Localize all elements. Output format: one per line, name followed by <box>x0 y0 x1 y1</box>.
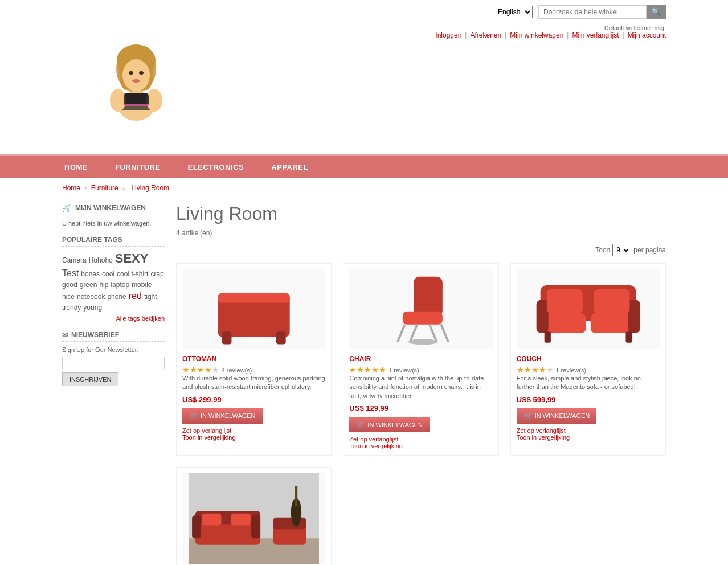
tag-red[interactable]: red <box>129 291 142 301</box>
tag-mobile[interactable]: mobile <box>132 281 152 289</box>
tag-test[interactable]: Test <box>62 268 79 279</box>
tags-container: Camera Hohoho SEXY Test bones cool cool … <box>62 251 165 312</box>
tag-green[interactable]: green <box>80 281 97 289</box>
welcome-message: Default welcome msg! <box>604 24 666 31</box>
newsletter-title: NIEUWSBRIEF <box>71 331 119 339</box>
language-dropdown[interactable]: English <box>493 6 533 18</box>
toolbar: Toon 9 per pagina <box>176 244 666 256</box>
svg-line-27 <box>430 325 437 342</box>
tag-hip[interactable]: hip <box>99 281 108 289</box>
tag-tight[interactable]: tight <box>144 293 157 301</box>
tag-cool[interactable]: cool <box>102 270 114 278</box>
breadcrumb: Home › Furniture › Living Room <box>51 178 677 198</box>
newsletter-label: Sign Up for Our Newsletter: <box>62 346 165 353</box>
cart-link[interactable]: Mijn winkelwagen <box>510 31 563 39</box>
compare-link-chair[interactable]: Toon in vergelijking <box>349 443 492 449</box>
nav-furniture[interactable]: FURNITURE <box>101 156 174 178</box>
account-links: Inloggen | Afrekenen | Mijn winkelwagen … <box>435 31 666 39</box>
svg-rect-45 <box>273 518 306 530</box>
svg-point-13 <box>132 79 140 83</box>
product-links-chair: Zet op verlanglijst Toon in vergelijking <box>349 436 492 449</box>
add-to-cart-chair[interactable]: 🛒 IN WINKELWAGEN <box>349 417 430 432</box>
product-stars-chair: ★★★★★ 1 review(s) <box>349 365 492 374</box>
add-to-cart-couch[interactable]: 🛒 IN WINKELWAGEN <box>517 408 597 424</box>
search-input[interactable] <box>538 5 647 19</box>
tag-camera[interactable]: Camera <box>62 256 87 264</box>
tag-trendy[interactable]: trendy <box>62 304 81 312</box>
svg-rect-23 <box>403 312 443 325</box>
newsletter-email-input[interactable] <box>62 357 165 369</box>
view-all-tags-link[interactable]: Alle tags bekijken <box>62 315 165 322</box>
tag-good[interactable]: good <box>62 281 77 289</box>
svg-rect-32 <box>536 300 548 333</box>
svg-rect-34 <box>544 331 550 343</box>
sidebar-newsletter: ✉ NIEUWSBRIEF Sign Up for Our Newsletter… <box>62 331 165 386</box>
tag-cool-tshirt[interactable]: cool t-shirt <box>117 270 148 278</box>
tag-crap[interactable]: crap <box>150 270 163 278</box>
svg-point-28 <box>408 339 437 345</box>
tag-young[interactable]: young <box>83 304 102 312</box>
product-grid: OTTOMAN ★★★★★ 4 review(s) With durable s… <box>176 263 666 565</box>
wishlist-link[interactable]: Mijn verlanglijst <box>572 31 619 39</box>
product-links-couch: Zet op verlanglijst Toon in vergelijking <box>517 427 660 441</box>
main-nav: HOME FURNITURE ELECTRONICS APPAREL <box>0 156 728 178</box>
product-image-chair <box>349 269 492 349</box>
search-button[interactable]: 🔍 <box>647 5 666 19</box>
product-card-couch: COUCH ★★★★★ 1 review(s) For a sleek, sim… <box>510 263 666 456</box>
language-selector[interactable]: English <box>493 6 533 18</box>
breadcrumb-furniture[interactable]: Furniture <box>91 184 118 192</box>
wishlist-link-ottoman[interactable]: Zet op verlanglijst <box>182 427 325 434</box>
wishlist-link-chair[interactable]: Zet op verlanglijst <box>349 436 492 443</box>
checkout-link[interactable]: Afrekenen <box>470 31 501 39</box>
cart-btn-icon-couch: 🛒 <box>523 412 533 420</box>
page-title: Living Room <box>176 203 666 224</box>
product-stars-couch: ★★★★★ 1 review(s) <box>517 365 660 374</box>
product-image-ottoman <box>182 269 325 349</box>
tag-phone[interactable]: phone <box>107 293 126 301</box>
product-price-couch: US$ 599,99 <box>517 395 660 404</box>
svg-rect-17 <box>124 104 149 106</box>
newsletter-subscribe-button[interactable]: INSCHRIJVEN <box>62 372 118 386</box>
product-price-ottoman: US$ 299,99 <box>182 395 325 404</box>
product-image-couch <box>517 269 660 349</box>
tag-laptop[interactable]: laptop <box>111 281 129 289</box>
compare-link-couch[interactable]: Toon in vergelijking <box>517 434 660 441</box>
nav-apparel[interactable]: APPAREL <box>257 156 322 178</box>
nav-home[interactable]: HOME <box>51 156 101 178</box>
cart-title: MIJN WINKELWAGEN <box>75 204 146 212</box>
product-card-furniture-set: MAGENTO RED FURNITURE SET ★★★★★ 1 review… <box>176 467 332 565</box>
cart-btn-icon: 🛒 <box>189 412 198 420</box>
login-link[interactable]: Inloggen <box>435 31 461 39</box>
product-card-chair: CHAIR ★★★★★ 1 review(s) Combining a hint… <box>343 263 498 456</box>
tag-notebook[interactable]: notebook <box>77 293 105 301</box>
svg-rect-47 <box>295 486 298 506</box>
svg-rect-33 <box>628 300 640 333</box>
breadcrumb-current: Living Room <box>131 184 169 192</box>
cart-icon: 🛒 <box>62 203 72 212</box>
svg-point-14 <box>110 89 126 112</box>
svg-line-24 <box>398 325 405 342</box>
svg-point-11 <box>129 71 133 75</box>
tag-bones[interactable]: bones <box>81 270 100 278</box>
svg-rect-49 <box>231 514 251 526</box>
svg-rect-35 <box>625 331 632 343</box>
svg-point-15 <box>146 89 162 112</box>
compare-link-ottoman[interactable]: Toon in vergelijking <box>182 434 325 441</box>
product-desc-couch: For a sleek, simple and stylish piece, l… <box>517 374 660 392</box>
product-price-chair: US$ 129,99 <box>349 404 492 412</box>
svg-point-10 <box>122 59 150 91</box>
tag-nice[interactable]: nice <box>62 293 75 301</box>
tag-hohoho[interactable]: Hohoho <box>89 256 113 264</box>
breadcrumb-home[interactable]: Home <box>62 184 80 192</box>
tag-sexy[interactable]: SEXY <box>115 251 149 266</box>
product-links-ottoman: Zet op verlanglijst Toon in vergelijking <box>182 427 325 441</box>
svg-rect-20 <box>222 331 232 344</box>
toolbar-show-label: Toon <box>595 246 610 254</box>
per-page-select[interactable]: 9 <box>612 244 631 256</box>
main-content: Living Room 4 artikel(en) Toon 9 per pag… <box>176 203 666 565</box>
add-to-cart-ottoman[interactable]: 🛒 IN WINKELWAGEN <box>182 408 263 424</box>
nav-electronics[interactable]: ELECTRONICS <box>174 156 258 178</box>
wishlist-link-couch[interactable]: Zet op verlanglijst <box>517 427 660 434</box>
svg-rect-21 <box>276 331 286 344</box>
account-link[interactable]: Mijn account <box>628 31 666 39</box>
